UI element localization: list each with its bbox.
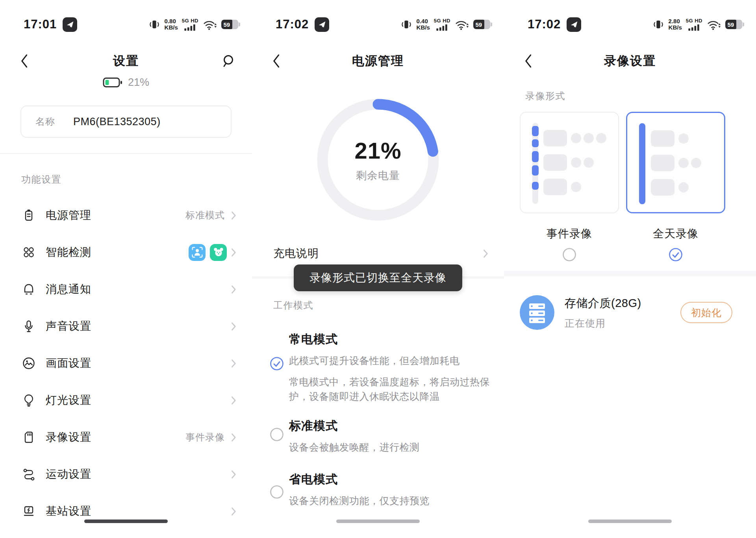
chevron-right-icon	[231, 433, 236, 442]
settings-item-basestation[interactable]: 基站设置	[0, 493, 252, 530]
placeholder-rect	[651, 155, 674, 171]
initialize-button[interactable]: 初始化	[680, 302, 732, 323]
network-speed: 0.40 KB/s	[417, 18, 430, 31]
placeholder-dot	[571, 133, 581, 143]
settings-item-light[interactable]: 灯光设置	[0, 382, 252, 419]
battery-percent-text: 59	[727, 21, 734, 28]
messenger-app-icon	[315, 17, 329, 32]
settings-item-power-management[interactable]: 电源管理 标准模式	[0, 197, 252, 234]
radio-unselected-icon[interactable]	[270, 427, 284, 442]
mode-description: 设备关闭检测功能，仅支持预览	[289, 494, 430, 507]
device-battery-percent: 21%	[128, 76, 149, 89]
speed-unit: KB/s	[165, 24, 178, 31]
placeholder-dot	[678, 133, 689, 144]
back-button[interactable]	[272, 54, 280, 68]
chevron-right-icon	[231, 211, 236, 220]
radio-unselected-icon[interactable]	[562, 248, 576, 262]
battery-fill: 59	[725, 20, 736, 29]
status-indicators: 0.40 KB/s 5G HD 59	[400, 18, 492, 31]
network-speed: 0.80 KB/s	[165, 18, 178, 31]
mode-description: 设备会被触发唤醒，进行检测	[289, 441, 420, 454]
settings-item-sound[interactable]: 声音设置	[0, 308, 252, 345]
divider	[0, 153, 252, 154]
device-name-field[interactable]: 名称 PM6(BE1352305)	[20, 105, 232, 138]
remaining-caption: 剩余电量	[356, 168, 400, 183]
section-divider	[504, 271, 756, 276]
power-management-icon	[21, 208, 36, 222]
battery-ring: 21% 剩余电量	[316, 98, 440, 222]
name-label: 名称	[35, 115, 55, 128]
back-button[interactable]	[524, 54, 532, 68]
chevron-right-icon	[231, 285, 236, 294]
battery-nub	[743, 22, 744, 26]
home-indicator[interactable]	[336, 520, 420, 523]
storage-info: 存储介质(28G) 正在使用	[565, 296, 641, 330]
settings-item-smart-detect[interactable]: 智能检测	[0, 234, 252, 271]
option-event-recording[interactable]: 事件录像	[520, 112, 619, 262]
mode-title: 标准模式	[289, 418, 338, 434]
storage-title: 存储介质(28G)	[565, 296, 641, 311]
device-battery-row: 21%	[0, 76, 252, 89]
placeholder-dot	[571, 182, 581, 192]
messenger-app-icon	[567, 17, 581, 32]
settings-item-picture[interactable]: 画面设置	[0, 345, 252, 382]
placeholder-rect	[651, 179, 674, 196]
item-label: 电源管理	[46, 208, 91, 223]
radio-unselected-icon[interactable]	[270, 485, 284, 499]
battery-pill: 59	[221, 20, 238, 29]
allday-recording-card[interactable]	[626, 112, 725, 213]
battery-percent-text: 59	[475, 21, 482, 28]
human-detect-badge-icon	[189, 244, 206, 261]
item-label: 声音设置	[46, 319, 91, 334]
settings-item-motion[interactable]: 运动设置	[0, 456, 252, 493]
chevron-right-icon	[483, 249, 488, 258]
cellular-indicator: 5G HD	[686, 18, 702, 31]
option-allday-recording[interactable]: 全天录像	[626, 112, 725, 262]
mode-title: 常电模式	[289, 331, 338, 348]
signal-bars-icon	[436, 24, 448, 31]
battery-percent-text: 59	[223, 21, 230, 28]
status-bar: 17:02 0.40 KB/s 5G HD 59	[252, 15, 504, 34]
home-indicator[interactable]	[588, 520, 672, 523]
battery-nub	[491, 22, 492, 26]
messenger-app-icon	[63, 17, 77, 32]
item-label: 画面设置	[46, 356, 91, 371]
device-battery-icon	[103, 77, 122, 88]
event-recording-card[interactable]	[520, 112, 619, 213]
three-screen-composite: 17:01 0.80 KB/s 5G HD 59	[0, 0, 756, 538]
back-button[interactable]	[20, 54, 28, 68]
smart-detect-icon	[21, 245, 36, 259]
home-indicator[interactable]	[84, 520, 168, 523]
allday-timeline-bar	[639, 123, 645, 204]
sdcard-icon	[21, 430, 36, 444]
charging-instructions-row[interactable]: 充电说明	[273, 241, 488, 266]
battery-pill: 59	[725, 20, 742, 29]
settings-item-notifications[interactable]: 消息通知	[0, 271, 252, 308]
network-speed: 2.80 KB/s	[669, 18, 682, 31]
storage-icon	[520, 295, 554, 330]
mode-description: 此模式可提升设备性能，但会增加耗电	[289, 354, 460, 367]
network-type-label: 5G HD	[182, 18, 198, 23]
event-timeline-track	[532, 123, 538, 204]
page-title: 电源管理	[252, 53, 504, 69]
pet-detect-badge-icon	[210, 244, 227, 261]
placeholder-rect	[543, 179, 567, 195]
speed-value: 0.80	[165, 18, 176, 24]
search-button[interactable]	[222, 54, 235, 68]
chevron-right-icon	[231, 470, 236, 479]
settings-item-recording[interactable]: 录像设置 事件录像	[0, 419, 252, 456]
radio-selected-icon[interactable]	[270, 357, 284, 371]
charging-instructions-label: 充电说明	[273, 246, 319, 261]
wifi-icon	[706, 19, 721, 30]
wifi-icon	[202, 19, 217, 30]
storage-status: 正在使用	[565, 317, 641, 330]
mode-note: 常电模式中，若设备温度超标，将启动过热保护，设备随即进入休眠状态以降温	[289, 375, 491, 404]
wifi-icon	[454, 19, 469, 30]
cellular-indicator: 5G HD	[434, 18, 450, 31]
battery-indicator: 59	[725, 20, 744, 29]
radio-selected-icon[interactable]	[669, 248, 683, 262]
placeholder-dot	[584, 133, 594, 143]
item-label: 消息通知	[46, 282, 91, 297]
route-icon	[21, 467, 36, 481]
page-title: 录像设置	[504, 53, 756, 69]
